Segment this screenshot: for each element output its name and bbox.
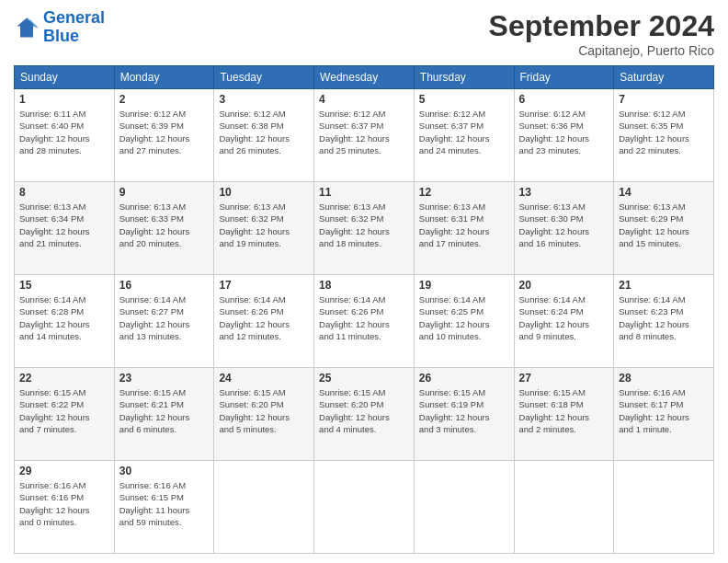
day-number: 16 [119, 279, 210, 292]
day-cell: 16Sunrise: 6:14 AMSunset: 6:27 PMDayligh… [114, 275, 214, 368]
day-info: Sunrise: 6:14 AMSunset: 6:26 PMDaylight:… [319, 293, 409, 342]
day-number: 5 [419, 93, 509, 106]
day-cell: 14Sunrise: 6:13 AMSunset: 6:29 PMDayligh… [614, 182, 714, 275]
day-cell: 29Sunrise: 6:16 AMSunset: 6:16 PMDayligh… [15, 461, 115, 554]
day-number: 13 [519, 186, 609, 199]
calendar-body: 1Sunrise: 6:11 AMSunset: 6:40 PMDaylight… [15, 89, 714, 554]
day-cell: 27Sunrise: 6:15 AMSunset: 6:18 PMDayligh… [514, 368, 614, 461]
day-number: 11 [319, 186, 409, 199]
calendar-header: Sunday Monday Tuesday Wednesday Thursday… [15, 66, 714, 89]
day-cell: 11Sunrise: 6:13 AMSunset: 6:32 PMDayligh… [314, 182, 415, 275]
day-cell: 5Sunrise: 6:12 AMSunset: 6:37 PMDaylight… [414, 89, 514, 182]
day-info: Sunrise: 6:13 AMSunset: 6:34 PMDaylight:… [19, 201, 109, 249]
location-subtitle: Capitanejo, Puerto Rico [489, 43, 714, 58]
logo-line2: Blue [43, 27, 79, 45]
day-cell: 18Sunrise: 6:14 AMSunset: 6:26 PMDayligh… [314, 275, 415, 368]
logo-text: General Blue [43, 9, 105, 46]
header-row: Sunday Monday Tuesday Wednesday Thursday… [15, 66, 714, 89]
day-cell: 10Sunrise: 6:13 AMSunset: 6:32 PMDayligh… [214, 182, 314, 275]
day-info: Sunrise: 6:14 AMSunset: 6:26 PMDaylight:… [219, 293, 309, 342]
day-number: 25 [319, 372, 409, 385]
day-cell [214, 461, 314, 554]
day-cell: 15Sunrise: 6:14 AMSunset: 6:28 PMDayligh… [15, 275, 115, 368]
day-info: Sunrise: 6:15 AMSunset: 6:22 PMDaylight:… [19, 386, 109, 435]
day-cell: 17Sunrise: 6:14 AMSunset: 6:26 PMDayligh… [214, 275, 314, 368]
day-info: Sunrise: 6:13 AMSunset: 6:32 PMDaylight:… [319, 201, 409, 249]
day-number: 15 [19, 279, 109, 292]
day-cell: 6Sunrise: 6:12 AMSunset: 6:36 PMDaylight… [514, 89, 614, 182]
week-row-4: 22Sunrise: 6:15 AMSunset: 6:22 PMDayligh… [15, 368, 714, 461]
col-friday: Friday [514, 66, 614, 89]
day-number: 28 [619, 372, 709, 385]
day-info: Sunrise: 6:15 AMSunset: 6:20 PMDaylight:… [219, 386, 309, 435]
week-row-3: 15Sunrise: 6:14 AMSunset: 6:28 PMDayligh… [15, 275, 714, 368]
svg-marker-0 [17, 17, 37, 37]
day-cell [614, 461, 714, 554]
day-info: Sunrise: 6:16 AMSunset: 6:16 PMDaylight:… [19, 479, 109, 528]
day-cell: 25Sunrise: 6:15 AMSunset: 6:20 PMDayligh… [314, 368, 415, 461]
day-number: 6 [519, 93, 609, 106]
day-number: 26 [419, 372, 509, 385]
day-info: Sunrise: 6:12 AMSunset: 6:38 PMDaylight:… [219, 108, 309, 156]
day-number: 21 [619, 279, 709, 292]
day-info: Sunrise: 6:15 AMSunset: 6:19 PMDaylight:… [419, 386, 509, 435]
page: General Blue September 2024 Capitanejo, … [0, 0, 728, 563]
col-thursday: Thursday [414, 66, 514, 89]
day-cell: 13Sunrise: 6:13 AMSunset: 6:30 PMDayligh… [514, 182, 614, 275]
day-info: Sunrise: 6:13 AMSunset: 6:29 PMDaylight:… [619, 201, 709, 249]
week-row-5: 29Sunrise: 6:16 AMSunset: 6:16 PMDayligh… [15, 461, 714, 554]
day-info: Sunrise: 6:14 AMSunset: 6:23 PMDaylight:… [619, 293, 709, 342]
day-info: Sunrise: 6:16 AMSunset: 6:15 PMDaylight:… [119, 479, 210, 528]
day-number: 22 [19, 372, 109, 385]
day-info: Sunrise: 6:14 AMSunset: 6:25 PMDaylight:… [419, 293, 509, 342]
col-sunday: Sunday [15, 66, 115, 89]
day-info: Sunrise: 6:14 AMSunset: 6:28 PMDaylight:… [19, 293, 109, 342]
day-cell: 1Sunrise: 6:11 AMSunset: 6:40 PMDaylight… [15, 89, 115, 182]
day-cell: 26Sunrise: 6:15 AMSunset: 6:19 PMDayligh… [414, 368, 514, 461]
day-cell: 28Sunrise: 6:16 AMSunset: 6:17 PMDayligh… [614, 368, 714, 461]
day-info: Sunrise: 6:14 AMSunset: 6:27 PMDaylight:… [119, 293, 210, 342]
day-info: Sunrise: 6:14 AMSunset: 6:24 PMDaylight:… [519, 293, 609, 342]
day-number: 10 [219, 186, 309, 199]
day-info: Sunrise: 6:11 AMSunset: 6:40 PMDaylight:… [19, 108, 109, 156]
week-row-1: 1Sunrise: 6:11 AMSunset: 6:40 PMDaylight… [15, 89, 714, 182]
day-cell: 7Sunrise: 6:12 AMSunset: 6:35 PMDaylight… [614, 89, 714, 182]
day-info: Sunrise: 6:15 AMSunset: 6:18 PMDaylight:… [519, 386, 609, 435]
day-cell: 19Sunrise: 6:14 AMSunset: 6:25 PMDayligh… [414, 275, 514, 368]
day-cell [414, 461, 514, 554]
day-info: Sunrise: 6:13 AMSunset: 6:30 PMDaylight:… [519, 201, 609, 249]
day-info: Sunrise: 6:12 AMSunset: 6:37 PMDaylight:… [419, 108, 509, 156]
col-wednesday: Wednesday [314, 66, 415, 89]
day-number: 7 [619, 93, 709, 106]
day-cell [314, 461, 415, 554]
logo-icon [14, 15, 40, 40]
day-number: 8 [19, 186, 109, 199]
col-saturday: Saturday [614, 66, 714, 89]
day-cell: 21Sunrise: 6:14 AMSunset: 6:23 PMDayligh… [614, 275, 714, 368]
day-info: Sunrise: 6:12 AMSunset: 6:37 PMDaylight:… [319, 108, 409, 156]
day-cell: 24Sunrise: 6:15 AMSunset: 6:20 PMDayligh… [214, 368, 314, 461]
day-info: Sunrise: 6:15 AMSunset: 6:21 PMDaylight:… [119, 386, 210, 435]
day-number: 1 [19, 93, 109, 106]
day-number: 14 [619, 186, 709, 199]
day-cell [514, 461, 614, 554]
day-cell: 30Sunrise: 6:16 AMSunset: 6:15 PMDayligh… [114, 461, 214, 554]
day-number: 9 [119, 186, 210, 199]
day-cell: 4Sunrise: 6:12 AMSunset: 6:37 PMDaylight… [314, 89, 415, 182]
day-number: 27 [519, 372, 609, 385]
day-number: 12 [419, 186, 509, 199]
day-info: Sunrise: 6:15 AMSunset: 6:20 PMDaylight:… [319, 386, 409, 435]
day-cell: 9Sunrise: 6:13 AMSunset: 6:33 PMDaylight… [114, 182, 214, 275]
day-cell: 8Sunrise: 6:13 AMSunset: 6:34 PMDaylight… [15, 182, 115, 275]
day-info: Sunrise: 6:13 AMSunset: 6:32 PMDaylight:… [219, 201, 309, 249]
calendar-table: Sunday Monday Tuesday Wednesday Thursday… [14, 65, 714, 554]
day-number: 17 [219, 279, 309, 292]
day-info: Sunrise: 6:13 AMSunset: 6:31 PMDaylight:… [419, 201, 509, 249]
day-cell: 3Sunrise: 6:12 AMSunset: 6:38 PMDaylight… [214, 89, 314, 182]
week-row-2: 8Sunrise: 6:13 AMSunset: 6:34 PMDaylight… [15, 182, 714, 275]
day-number: 3 [219, 93, 309, 106]
day-cell: 23Sunrise: 6:15 AMSunset: 6:21 PMDayligh… [114, 368, 214, 461]
day-number: 30 [119, 465, 210, 477]
day-info: Sunrise: 6:16 AMSunset: 6:17 PMDaylight:… [619, 386, 709, 435]
logo-line1: General [43, 8, 105, 27]
